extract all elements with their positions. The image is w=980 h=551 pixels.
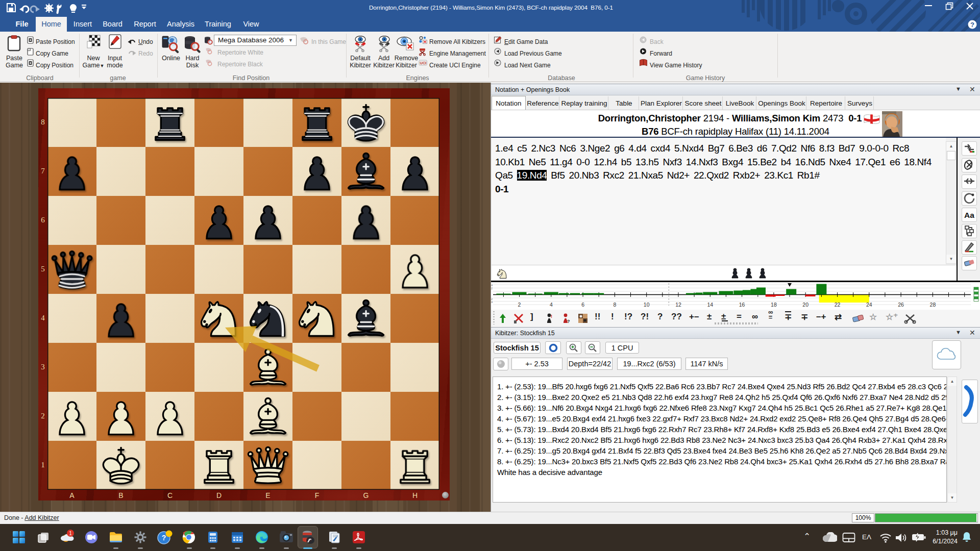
svg-text:8: 8 [613, 302, 616, 308]
svg-text:20: 20 [802, 302, 808, 308]
svg-text:28: 28 [930, 302, 936, 308]
svg-text:4: 4 [550, 302, 553, 308]
svg-text:?: ? [567, 319, 570, 324]
svg-text:!: ! [551, 314, 552, 319]
svg-text:22: 22 [835, 302, 841, 308]
svg-text:?: ? [970, 21, 974, 29]
svg-text:14: 14 [707, 302, 713, 308]
svg-text:4: 4 [491, 300, 493, 304]
svg-text:?: ? [162, 534, 166, 542]
svg-text:26: 26 [898, 302, 904, 308]
svg-text:12: 12 [675, 302, 681, 308]
svg-text:2: 2 [518, 302, 521, 308]
svg-text:10: 10 [644, 302, 650, 308]
svg-text:16: 16 [739, 302, 745, 308]
svg-text:UCI: UCI [420, 61, 427, 65]
svg-text:18: 18 [771, 302, 777, 308]
svg-text:6: 6 [581, 302, 584, 308]
svg-text:2: 2 [491, 287, 493, 290]
svg-text:1: 1 [69, 531, 72, 536]
svg-text:24: 24 [866, 302, 872, 308]
